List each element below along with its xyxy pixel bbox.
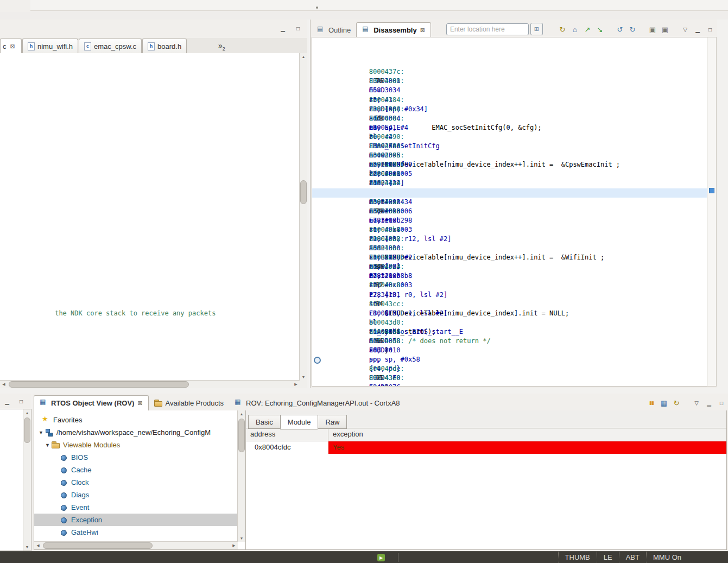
minimize-icon[interactable]: ▁ — [704, 397, 714, 408]
tree-item-icon — [52, 441, 60, 449]
view-tab[interactable]: Available Products ⊠ — [149, 396, 229, 410]
tree-item-icon — [42, 416, 50, 424]
expand-arrow-icon[interactable]: ▼ — [39, 430, 45, 435]
view-tab[interactable]: RTOS Object View (ROV) ⊠ — [34, 395, 149, 410]
minimize-icon[interactable]: ▁ — [692, 24, 703, 35]
sync-icon[interactable]: ↻ — [671, 397, 682, 408]
tree-item[interactable]: ▼ Favorites — [34, 414, 237, 426]
machine-code: E24DD07C — [369, 383, 460, 386]
tab-outline[interactable]: Outline — [312, 23, 356, 37]
tab-overflow-chevron[interactable]: »2 — [218, 41, 225, 52]
tab-outline-label: Outline — [328, 26, 351, 34]
detail-tab[interactable]: Raw — [318, 415, 347, 429]
editor-tab[interactable]: c emac_cpsw.c ⊠ — [79, 39, 142, 53]
home-icon[interactable]: ⌂ — [569, 24, 580, 35]
minimize-icon[interactable]: ▁ — [2, 397, 12, 406]
editor-tab-label: emac_cpsw.c — [94, 42, 136, 50]
disassembly-line: 80004388: E1A00004 mov r0, r4 — [312, 77, 707, 86]
disassembly-view[interactable]: 8000437c: E3A03001 mov r3, #1 80004380: … — [312, 37, 708, 387]
scroll-up-button[interactable]: ▲ — [23, 409, 31, 416]
tree-item[interactable]: ▼ Clock — [34, 476, 237, 489]
location-input[interactable] — [446, 23, 529, 35]
scroll-left-button[interactable]: ◀ — [0, 381, 8, 388]
disassembly-line: 80004384: E28D1004 add r1, sp, #4 — [312, 67, 707, 77]
column-header-address[interactable]: address — [246, 428, 328, 441]
expand-arrow-icon[interactable]: ▼ — [45, 442, 52, 448]
scrollbar-corner — [300, 381, 307, 388]
rov-tree-panel[interactable]: ▼ Favorites ▼ /home/vishav/workspace_new… — [34, 410, 246, 549]
scroll-right-button[interactable]: ▶ — [292, 381, 300, 388]
scroll-left-button[interactable]: ◀ — [34, 542, 42, 549]
tab-disassembly[interactable]: Disassembly ⊠ — [356, 22, 431, 37]
navigate-back-icon[interactable]: ↺ — [615, 24, 625, 35]
show-pc-icon[interactable]: ↗ — [582, 24, 593, 35]
tree-item[interactable]: ▼ Diags — [34, 489, 237, 501]
editor-tab[interactable]: h board.h ⊠ — [142, 39, 187, 53]
overview-annotation-marker[interactable] — [709, 188, 714, 193]
link-with-pc-icon[interactable]: ↘ — [594, 24, 605, 35]
breakpoint-icon[interactable] — [314, 357, 321, 364]
close-icon[interactable]: ⊠ — [10, 43, 15, 50]
maximize-icon[interactable]: □ — [716, 397, 727, 408]
scroll-up-button[interactable]: ▲ — [300, 53, 307, 60]
editor-pane-controls: ▁ □ — [278, 24, 303, 33]
refresh-icon[interactable]: ↻ — [557, 24, 568, 35]
tree-item[interactable]: ▼ /home/vishav/workspace_new/Echoring_Co… — [34, 426, 237, 439]
scroll-thumb[interactable] — [24, 417, 30, 443]
goto-location-button[interactable]: ⊞ — [530, 23, 543, 35]
tree-item[interactable]: ▼ Event — [34, 501, 237, 514]
open-new-view-icon[interactable]: ▣ — [647, 24, 658, 35]
tree-item[interactable]: ▼ Exception — [34, 514, 237, 526]
scroll-right-button[interactable]: ▶ — [230, 542, 238, 549]
scroll-down-button[interactable]: ▼ — [23, 543, 31, 551]
detail-tab[interactable]: Basic — [248, 415, 280, 429]
detail-tab[interactable]: Module — [280, 415, 318, 429]
disassembly-line: StackTest(): — [312, 327, 707, 337]
editor-tab[interactable]: h nimu_wifi.h ⊠ — [22, 39, 78, 53]
disassembly-line: 79 NIMUDeviceTable[nimu_device_index++].… — [312, 188, 707, 198]
side-panel: ▲ ▼ — [0, 409, 31, 551]
disassembly-line: 800043bc: E30B28B8 movw r2, #0xb8b8 — [312, 216, 707, 225]
tree-item[interactable]: ▼ Cache — [34, 464, 237, 476]
scroll-down-button[interactable]: ▼ — [238, 535, 245, 542]
horizontal-scrollbar[interactable]: ◀ ▶ — [0, 380, 300, 388]
right-trim — [717, 20, 728, 388]
scroll-down-button[interactable]: ▼ — [300, 374, 307, 381]
view-tab[interactable]: ROV: Echoring_ConfigManagerAPI.out - Cor… — [229, 396, 406, 410]
source-line-number: 95 — [369, 374, 383, 383]
editor-tab[interactable]: c ⊠ — [0, 39, 22, 53]
editor-content[interactable]: the NDK core stack to receive any packet… — [0, 53, 307, 388]
scroll-up-button[interactable]: ▲ — [238, 410, 245, 417]
tree-item-label: GateHwi — [71, 528, 98, 536]
splitter-horizontal[interactable] — [0, 388, 728, 394]
horizontal-scrollbar[interactable]: ◀ ▶ — [34, 541, 238, 549]
column-header-exception[interactable]: exception — [328, 428, 368, 441]
scroll-thumb[interactable] — [43, 542, 153, 549]
scroll-thumb[interactable] — [9, 381, 189, 388]
pause-icon[interactable]: ▮▮ — [646, 397, 657, 408]
tree-item[interactable]: ▼ GateHwi — [34, 526, 237, 539]
disassembly-line: ......... ... — [312, 364, 707, 374]
disassembly-toolbar: ↻ ⌂ ↗ ↘ ↺ ↻ ▣ ▣ ▽ ▁ — [557, 24, 716, 35]
vertical-scrollbar[interactable]: ▲ ▼ — [23, 409, 31, 551]
grid-icon[interactable]: ▦ — [659, 397, 669, 408]
table-row[interactable]: 0x8004cfdc Yes — [246, 441, 726, 454]
pin-view-icon[interactable]: ▣ — [660, 24, 670, 35]
navigate-forward-icon[interactable]: ↻ — [627, 24, 638, 35]
vertical-scrollbar[interactable]: ▲ ▼ — [299, 53, 307, 381]
vertical-scrollbar[interactable]: ▲ ▼ — [237, 410, 245, 542]
tree-item[interactable]: ▼ BIOS — [34, 451, 237, 464]
close-icon[interactable]: ⊠ — [137, 400, 142, 407]
scroll-thumb[interactable] — [300, 180, 307, 204]
maximize-icon[interactable]: □ — [293, 24, 303, 33]
scroll-thumb[interactable] — [238, 419, 245, 452]
status-item: ABT — [619, 552, 646, 563]
minimize-icon[interactable]: ▁ — [278, 24, 288, 33]
maximize-icon[interactable]: □ — [16, 397, 26, 406]
close-icon[interactable]: ⊠ — [420, 27, 425, 34]
maximize-icon[interactable]: □ — [705, 24, 716, 35]
tree-item[interactable]: ▼ Viewable Modules — [34, 439, 237, 451]
overview-ruler[interactable] — [707, 37, 717, 387]
view-menu-icon[interactable]: ▽ — [680, 24, 691, 35]
view-menu-icon[interactable]: ▽ — [691, 397, 702, 408]
